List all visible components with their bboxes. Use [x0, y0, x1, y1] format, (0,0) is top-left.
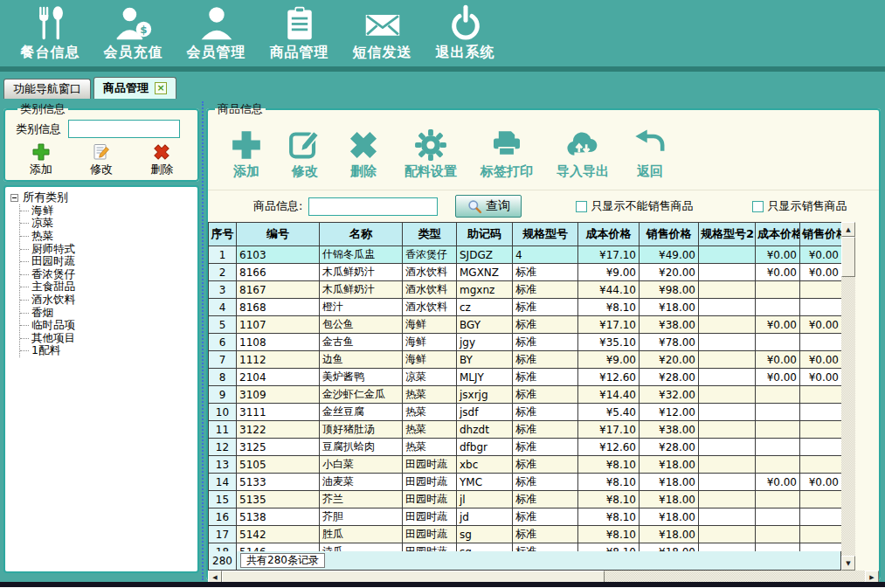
table-cell[interactable]: ¥12.00: [640, 404, 699, 421]
table-cell[interactable]: 标准: [513, 421, 578, 439]
table-cell[interactable]: 3: [209, 281, 237, 299]
table-cell[interactable]: 2: [209, 264, 237, 281]
table-row[interactable]: 51107包公鱼海鲜BGY标准¥17.10¥38.00¥0.00¥0.00: [209, 316, 842, 334]
table-cell[interactable]: ¥8.10: [578, 491, 640, 508]
table-cell[interactable]: [699, 508, 756, 526]
table-cell[interactable]: [800, 439, 842, 456]
table-cell[interactable]: [756, 439, 800, 456]
table-cell[interactable]: ¥0.00: [756, 264, 800, 281]
table-cell[interactable]: 5133: [237, 474, 320, 491]
table-cell[interactable]: 5105: [237, 456, 320, 474]
table-cell[interactable]: ¥8.10: [578, 526, 640, 543]
table-row[interactable]: 93109金沙虾仁金瓜热菜jsxrjg标准¥14.40¥32.00: [209, 386, 842, 404]
table-cell[interactable]: [699, 491, 756, 508]
table-cell[interactable]: ¥38.00: [640, 421, 699, 439]
table-cell[interactable]: 金古鱼: [320, 334, 403, 351]
table-cell[interactable]: ¥78.00: [640, 334, 699, 351]
table-cell[interactable]: 标准: [513, 491, 578, 508]
table-row[interactable]: 82104美炉酱鸭凉菜MLJY标准¥12.60¥28.00¥0.00¥0.00: [209, 369, 842, 386]
table-cell[interactable]: [756, 508, 800, 526]
table-cell[interactable]: 凉菜: [403, 369, 457, 386]
table-cell[interactable]: [800, 508, 842, 526]
table-cell[interactable]: ¥18.00: [640, 526, 699, 543]
table-cell[interactable]: 8: [209, 369, 237, 386]
table-cell[interactable]: ¥0.00: [800, 369, 842, 386]
tab-product-mgmt[interactable]: 商品管理 ×: [93, 77, 176, 99]
table-cell[interactable]: 海鲜: [403, 351, 457, 369]
table-cell[interactable]: 田园时蔬: [403, 508, 457, 526]
table-cell[interactable]: 1108: [237, 334, 320, 351]
query-button[interactable]: 查询: [455, 195, 522, 218]
table-cell[interactable]: ¥0.00: [756, 351, 800, 369]
table-cell[interactable]: [800, 281, 842, 299]
table-cell[interactable]: 标准: [513, 439, 578, 456]
product-edit-button[interactable]: 修改: [287, 128, 322, 180]
table-cell[interactable]: 香浓煲仔: [403, 246, 457, 264]
table-cell[interactable]: 金沙虾仁金瓜: [320, 386, 403, 404]
table-cell[interactable]: 金丝豆腐: [320, 404, 403, 421]
tree-item-category[interactable]: 热菜: [20, 230, 196, 243]
table-cell[interactable]: [699, 351, 756, 369]
tree-item-category[interactable]: 香烟: [20, 307, 196, 320]
table-cell[interactable]: ¥8.10: [578, 456, 640, 474]
toolbar-item-table-info[interactable]: 餐台信息: [9, 4, 92, 66]
category-name-input[interactable]: [68, 120, 180, 138]
checkbox-only-unsellable[interactable]: 只显示不能销售商品: [576, 198, 693, 214]
table-cell[interactable]: 标准: [513, 316, 578, 334]
tree-item-category[interactable]: 香浓煲仔: [20, 268, 196, 281]
category-delete-button[interactable]: 删除: [150, 142, 173, 177]
product-add-button[interactable]: 添加: [229, 128, 264, 180]
product-search-input[interactable]: [308, 197, 438, 216]
table-cell[interactable]: YMC: [457, 474, 513, 491]
table-cell[interactable]: 1: [209, 246, 237, 264]
table-row[interactable]: 103111金丝豆腐热菜jsdf标准¥5.40¥12.00: [209, 404, 842, 421]
table-cell[interactable]: ¥12.60: [578, 369, 640, 386]
table-cell[interactable]: [800, 386, 842, 404]
table-cell[interactable]: MLJY: [457, 369, 513, 386]
table-cell[interactable]: 包公鱼: [320, 316, 403, 334]
table-row[interactable]: 48168橙汁酒水饮料cz标准¥8.10¥18.00: [209, 299, 842, 316]
table-cell[interactable]: [756, 421, 800, 439]
scroll-up-icon[interactable]: ▲: [841, 222, 855, 237]
table-cell[interactable]: 6: [209, 334, 237, 351]
import-export-button[interactable]: 导入导出: [557, 128, 609, 180]
table-cell[interactable]: [756, 526, 800, 543]
table-cell[interactable]: 田园时蔬: [403, 456, 457, 474]
table-cell[interactable]: 芥兰: [320, 491, 403, 508]
table-cell[interactable]: 标准: [513, 543, 578, 552]
table-cell[interactable]: [699, 456, 756, 474]
table-cell[interactable]: [800, 334, 842, 351]
table-cell[interactable]: 14: [209, 474, 237, 491]
ingredient-settings-button[interactable]: 配料设置: [404, 128, 457, 180]
table-cell[interactable]: 6103: [237, 246, 320, 264]
table-cell[interactable]: [699, 404, 756, 421]
toolbar-item-member-recharge[interactable]: $ 会员充值: [92, 4, 175, 66]
table-cell[interactable]: 3109: [237, 386, 320, 404]
table-cell[interactable]: ¥0.00: [756, 316, 800, 334]
table-cell[interactable]: [699, 439, 756, 456]
table-cell[interactable]: 海鲜: [403, 316, 457, 334]
table-row[interactable]: 185146诗瓜田园时蔬sg标准¥8.10¥18.00: [209, 543, 842, 552]
table-cell[interactable]: ¥44.10: [578, 281, 640, 299]
tab-nav-window[interactable]: 功能导航窗口: [3, 79, 91, 99]
table-cell[interactable]: ¥0.00: [800, 246, 842, 264]
table-cell[interactable]: 边鱼: [320, 351, 403, 369]
table-cell[interactable]: sg: [457, 543, 513, 552]
table-cell[interactable]: 13: [209, 456, 237, 474]
vertical-scroll-thumb[interactable]: [841, 237, 855, 277]
tree-item-category[interactable]: 酒水饮料: [20, 294, 196, 307]
table-cell[interactable]: 9: [209, 386, 237, 404]
table-cell[interactable]: [699, 246, 756, 264]
table-cell[interactable]: 3125: [237, 439, 320, 456]
table-cell[interactable]: 8167: [237, 281, 320, 299]
toolbar-item-sms[interactable]: 短信发送: [341, 4, 424, 66]
table-cell[interactable]: 1107: [237, 316, 320, 334]
label-print-button[interactable]: 标签打印: [481, 128, 533, 180]
toolbar-item-product-mgmt[interactable]: 商品管理: [258, 4, 341, 66]
table-cell[interactable]: ¥0.00: [800, 264, 842, 281]
table-cell[interactable]: ¥9.00: [578, 351, 640, 369]
table-cell[interactable]: 4: [513, 246, 578, 264]
table-cell[interactable]: 12: [209, 439, 237, 456]
tree-item-category[interactable]: 凉菜: [20, 218, 196, 231]
table-cell[interactable]: dhzdt: [457, 421, 513, 439]
